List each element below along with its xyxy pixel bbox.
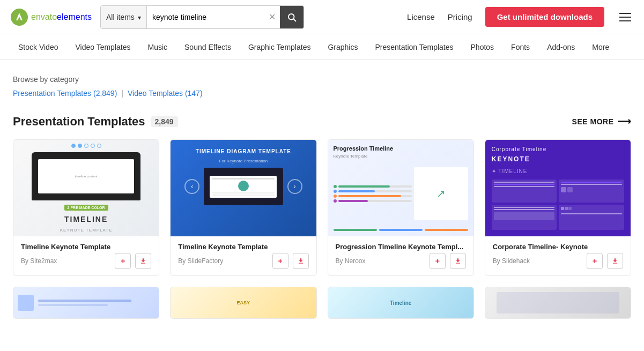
partial-shape-4 — [497, 292, 620, 313]
category-link-video[interactable]: Video Templates (147) — [128, 89, 203, 98]
logo[interactable]: envatoelements — [11, 9, 92, 26]
mini-block-3 — [568, 207, 572, 210]
card-4-info: Corporate Timeline- Keynote By Slidehack… — [485, 236, 631, 275]
card-2-author-text: By SlideFactory — [178, 257, 223, 265]
card-3-download-button[interactable] — [450, 253, 466, 269]
svg-rect-6 — [613, 263, 617, 264]
see-more-label: SEE MORE — [572, 117, 614, 126]
partial-icon-1 — [18, 295, 34, 311]
search-button[interactable] — [280, 6, 304, 28]
mini-block-1 — [561, 207, 564, 210]
nav-item-add-ons[interactable]: Add-ons — [539, 34, 582, 60]
nav-item-sound-effects[interactable]: Sound Effects — [177, 34, 239, 60]
section-title-text: Presentation Templates — [13, 115, 145, 129]
card-2-bookmark-button[interactable]: + — [272, 253, 288, 269]
circle-4 — [91, 144, 95, 148]
arrow-row — [334, 229, 468, 231]
bookmark-icon: + — [593, 257, 597, 265]
hamburger-line-1 — [619, 13, 631, 14]
nav-item-fonts[interactable]: Fonts — [504, 34, 537, 60]
nav-item-video-templates[interactable]: Video Templates — [68, 34, 138, 60]
download-icon — [454, 257, 462, 265]
logo-elements: elements — [57, 12, 92, 21]
card-3-bookmark-button[interactable]: + — [430, 253, 446, 269]
category-label-presentation: Presentation Templates — [13, 89, 91, 98]
card-3-title: Progression Timeline Keynote Templ... — [336, 243, 466, 251]
card-2-author: By SlideFactory + — [178, 253, 308, 269]
dot-3 — [334, 195, 337, 198]
card-2-title: Timeline Keynote Template — [178, 243, 308, 251]
nav-item-stock-video[interactable]: Stock Video — [11, 34, 65, 60]
card-title-large: Timeline — [64, 215, 108, 223]
timeline-item-4 — [334, 199, 412, 203]
nav-item-graphics[interactable]: Graphics — [320, 34, 365, 60]
card-4-thumbnail: Corporate Timeline Keynote ✦ TIMELINE — [485, 140, 631, 236]
bar-visual — [494, 212, 555, 220]
browse-by-category-label: Browse by category — [13, 75, 631, 84]
card-2-download-button[interactable] — [293, 253, 309, 269]
nav-item-more[interactable]: More — [584, 34, 617, 60]
bar-fill-1 — [338, 185, 390, 188]
partial-line-1 — [38, 300, 131, 302]
chart-area: ↗ — [414, 167, 468, 220]
close-icon[interactable]: ✕ — [264, 6, 280, 28]
see-more-link[interactable]: SEE MORE ⟶ — [572, 116, 631, 128]
timeline-item-3 — [334, 195, 412, 198]
bookmark-icon: + — [121, 257, 125, 265]
nav-item-presentation-templates[interactable]: Presentation Templates — [367, 34, 461, 60]
svg-point-0 — [11, 9, 28, 26]
mini-img-2 — [567, 187, 573, 192]
partial-card-2: EASY — [170, 287, 316, 319]
all-items-dropdown[interactable]: All items — [101, 6, 147, 28]
card-3-author-text: By Neroox — [336, 257, 366, 265]
card-4-download-button[interactable] — [607, 253, 623, 269]
card-subtitle: KEYNOTE TEMPLATE — [60, 228, 113, 233]
bar-fill-3 — [338, 195, 401, 197]
partial-content-4 — [485, 287, 631, 318]
card-3-actions: + — [430, 253, 466, 269]
license-link[interactable]: License — [407, 12, 435, 21]
search-input[interactable] — [147, 6, 264, 28]
nav-item-music[interactable]: Music — [140, 34, 175, 60]
partial-label-2: EASY — [175, 300, 312, 305]
card-2-thumbnail: TIMELINE DIAGRAM TEMPLATE For Keynote Pr… — [171, 140, 316, 236]
pricing-link[interactable]: Pricing — [448, 12, 472, 21]
svg-rect-4 — [298, 263, 302, 264]
cell-line-2 — [494, 186, 555, 187]
card-4-thumb-header: Corporate Timeline — [492, 146, 624, 152]
cell-line-5 — [494, 209, 555, 210]
hamburger-menu[interactable] — [617, 11, 633, 24]
download-icon — [139, 257, 147, 265]
bar-bg-2 — [338, 190, 412, 192]
search-icon — [287, 12, 297, 22]
category-count-presentation: (2,849) — [93, 89, 117, 98]
bookmark-icon: + — [278, 257, 282, 265]
cell-3 — [492, 205, 557, 230]
card-4-actions: + — [587, 253, 623, 269]
card-1: timeline content 2 PRE MADE COLOR Timeli… — [13, 139, 159, 276]
left-nav-btn[interactable]: ‹ — [184, 179, 199, 194]
card-4: Corporate Timeline Keynote ✦ TIMELINE — [485, 139, 631, 276]
right-nav-btn[interactable]: › — [287, 179, 302, 194]
card-1-download-button[interactable] — [135, 253, 151, 269]
nav-item-graphic-templates[interactable]: Graphic Templates — [241, 34, 318, 60]
card-3: Progression Timeline Keynote Template — [328, 139, 474, 276]
laptop-icon: timeline content — [32, 152, 140, 200]
cta-button[interactable]: Get unlimited downloads — [485, 7, 604, 27]
card-4-grid — [492, 180, 624, 230]
card-4-bookmark-button[interactable]: + — [587, 253, 603, 269]
card-1-bookmark-button[interactable]: + — [115, 253, 131, 269]
timeline-item-1 — [334, 185, 412, 188]
card-1-title: Timeline Keynote Template — [21, 243, 151, 251]
cell-2 — [559, 180, 624, 203]
cell-line-4 — [494, 207, 555, 208]
bar-bg-3 — [338, 195, 412, 197]
card-4-author-text: By Slidehack — [493, 257, 530, 265]
category-link-presentation[interactable]: Presentation Templates (2,849) — [13, 89, 117, 98]
cell-line-accent-2 — [561, 182, 622, 183]
laptop-screen: timeline content — [38, 159, 134, 194]
nav-item-photos[interactable]: Photos — [463, 34, 502, 60]
partial-card-1 — [13, 287, 159, 319]
monitor-display — [204, 168, 283, 205]
cell-line-accent-1 — [494, 184, 555, 185]
